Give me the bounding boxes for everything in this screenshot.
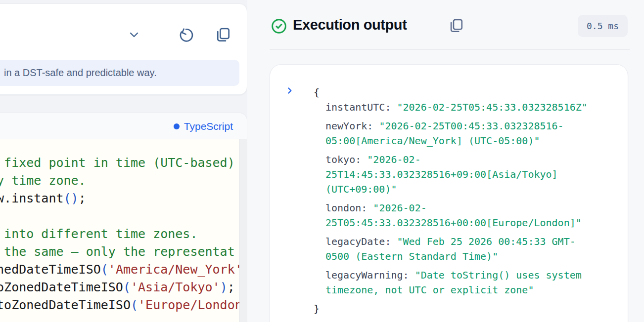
code-token: toZonedDateTimeISO (0, 280, 123, 294)
code-token: a fixed point in time (UTC-based) (0, 156, 235, 170)
info-banner: in a DST-safe and predictable way. (0, 60, 239, 86)
code-snippet-card: TypeScript a fixed point in time (UTC-ba… (0, 113, 247, 322)
code-token: 'America/New_York' (108, 262, 239, 277)
toolbar-divider (161, 17, 161, 52)
code-token: ; (228, 280, 235, 294)
console-key: newYork: (325, 120, 373, 132)
code-token: ( (101, 262, 108, 277)
expand-chevron-icon[interactable] (285, 86, 294, 95)
page-title: Execution output (293, 17, 407, 33)
console-close-brace: } (314, 301, 594, 316)
code-token: t into different time zones. (0, 227, 197, 241)
console-open-brace: { (314, 85, 594, 100)
app-window: in a DST-safe and predictable way. TypeS… (0, 0, 644, 322)
console-entry: instantUTC: "2026-02-25T05:45:33.0323285… (325, 100, 591, 115)
code-token: ( (131, 298, 138, 312)
console-entry: london: "2026-02-25T05:45:33.032328516+0… (325, 201, 591, 230)
console-value: "2026-02-25T05:45:33.032328516Z" (397, 101, 588, 113)
copy-output-button[interactable] (448, 18, 463, 33)
code-token: onedDateTimeISO (0, 262, 101, 277)
language-badge: TypeScript (174, 113, 233, 139)
code-scrollbar[interactable] (239, 139, 247, 322)
code-token: .toZonedDateTimeISO (0, 298, 131, 312)
code-token: ; (79, 191, 86, 205)
console-output-card: {instantUTC: "2026-02-25T05:45:33.032328… (270, 64, 628, 322)
console-key: legacyWarning: (325, 269, 409, 281)
console-key: tokyo: (325, 154, 361, 165)
success-check-icon (271, 18, 287, 34)
code-token: s the same — only the representat (0, 244, 235, 259)
execution-output-panel: Execution output 0.5 ms {instantUTC: "20… (247, 0, 644, 322)
console-value: "2026-02-25T14:45:33.032328516+09:00[Asi… (325, 154, 564, 195)
console-key: instantUTC: (325, 101, 391, 113)
execution-time-badge: 0.5 ms (578, 15, 628, 37)
code-card-header: TypeScript (0, 113, 247, 139)
code-content: a fixed point in time (UTC-based) ny tim… (0, 139, 239, 314)
console-key: london: (325, 202, 367, 214)
console-entry: legacyDate: "Wed Feb 25 2026 00:45:33 GM… (325, 234, 591, 264)
code-token: ) (220, 280, 228, 294)
code-token: ( (123, 280, 131, 294)
console-entry: legacyWarning: "Date toString() uses sys… (325, 268, 591, 297)
code-token: () (64, 191, 79, 205)
copy-icon (215, 27, 230, 42)
console-log: {instantUTC: "2026-02-25T05:45:33.032328… (314, 85, 594, 316)
header-divider (270, 49, 630, 50)
console-key: legacyDate: (325, 236, 391, 247)
code-token: ow.instant (0, 191, 64, 205)
code-editor: a fixed point in time (UTC-based) ny tim… (0, 139, 239, 322)
chevron-down-icon (127, 29, 141, 40)
code-token: 'Europe/London' (138, 298, 239, 312)
regenerate-button[interactable] (178, 27, 194, 43)
language-dot-icon (174, 123, 180, 129)
copy-answer-button[interactable] (215, 27, 230, 42)
code-token: 'Asia/Tokyo' (131, 280, 220, 294)
console-entry: tokyo: "2026-02-25T14:45:33.032328516+09… (325, 152, 591, 197)
console-entry: newYork: "2026-02-25T00:45:33.032328516-… (325, 119, 591, 148)
copy-icon (448, 18, 463, 33)
answer-card: in a DST-safe and predictable way. (0, 3, 247, 95)
info-banner-text: in a DST-safe and predictable way. (0, 67, 157, 79)
execution-output-header: Execution output 0.5 ms (247, 0, 644, 49)
language-label: TypeScript (184, 121, 233, 132)
code-token: ny time zone. (0, 173, 86, 188)
refresh-icon (178, 27, 194, 43)
collapse-button[interactable] (127, 29, 141, 40)
